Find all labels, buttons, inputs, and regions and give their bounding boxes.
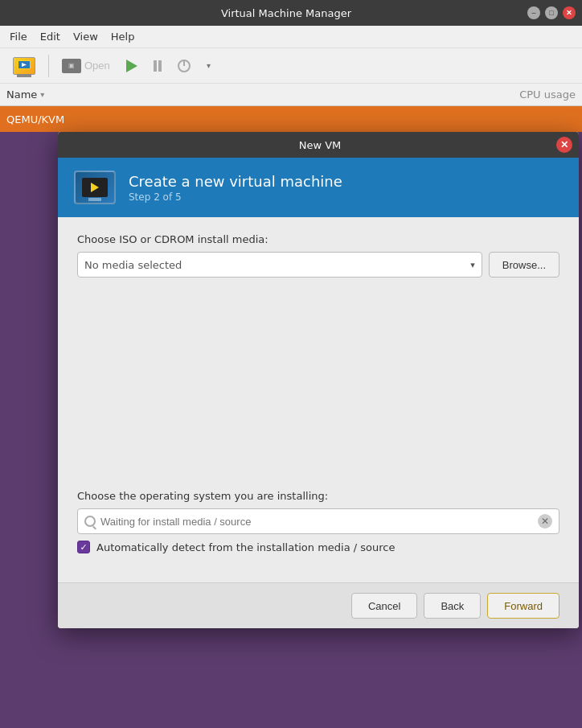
back-button[interactable]: Back <box>424 593 481 619</box>
maximize-button[interactable]: □ <box>545 6 558 19</box>
power-icon <box>178 60 191 72</box>
app-window: Virtual Machine Manager – □ ✕ File Edit … <box>0 0 582 728</box>
monitor-icon: ▣ <box>62 59 81 73</box>
menu-edit[interactable]: Edit <box>34 27 67 46</box>
sort-icon: ▾ <box>40 90 44 99</box>
content-area: New VM ✕ Create a new virtual machine St… <box>0 132 582 728</box>
menu-help[interactable]: Help <box>105 27 141 46</box>
forward-button[interactable]: Forward <box>487 593 559 619</box>
media-dropdown[interactable]: No media selected ▾ <box>77 252 482 278</box>
checkmark-icon: ✓ <box>80 543 87 552</box>
new-vm-icon <box>13 57 35 75</box>
cancel-button[interactable]: Cancel <box>351 593 417 619</box>
empty-area <box>77 290 559 483</box>
new-vm-dialog: New VM ✕ Create a new virtual machine St… <box>58 132 579 628</box>
vm-name: QEMU/KVM <box>6 113 576 125</box>
clear-search-button[interactable]: ✕ <box>538 514 552 529</box>
monitor-play-icon <box>91 183 99 192</box>
media-selector-row: No media selected ▾ Browse... <box>77 252 559 278</box>
app-title: Virtual Machine Manager <box>45 7 527 19</box>
pause-icon <box>154 60 162 72</box>
menu-file[interactable]: File <box>3 27 34 46</box>
monitor-stand <box>88 198 101 201</box>
toolbar: ▣ Open ▾ <box>0 48 582 84</box>
os-section: Choose the operating system you are inst… <box>77 490 559 553</box>
dialog-header-icon <box>74 171 116 204</box>
vm-row[interactable]: QEMU/KVM <box>0 106 582 132</box>
os-section-label: Choose the operating system you are inst… <box>77 490 559 502</box>
play-button[interactable] <box>120 56 144 76</box>
play-icon <box>126 60 137 72</box>
open-button[interactable]: ▣ Open <box>55 56 117 76</box>
column-headers: Name ▾ CPU usage <box>0 84 582 106</box>
power-button[interactable] <box>171 56 197 76</box>
os-search-row: ✕ <box>77 508 559 534</box>
vm-list: QEMU/KVM <box>0 106 582 132</box>
browse-button[interactable]: Browse... <box>489 252 559 278</box>
dialog-title: New VM <box>84 139 556 151</box>
dialog-title-bar: New VM ✕ <box>58 132 579 158</box>
media-dropdown-arrow-icon: ▾ <box>470 260 475 270</box>
dropdown-arrow-icon: ▾ <box>207 61 211 70</box>
toolbar-sep-1 <box>48 55 49 77</box>
dialog-step: Step 2 of 5 <box>129 191 342 203</box>
new-vm-button[interactable] <box>6 54 42 78</box>
menu-bar: File Edit View Help <box>0 26 582 48</box>
media-section-label: Choose ISO or CDROM install media: <box>77 233 559 245</box>
monitor-screen <box>82 178 108 197</box>
dialog-footer: Cancel Back Forward <box>58 582 579 628</box>
dialog-close-button[interactable]: ✕ <box>556 137 572 153</box>
auto-detect-label: Automatically detect from the installati… <box>96 541 395 553</box>
close-button[interactable]: ✕ <box>563 6 576 19</box>
media-selected-value: No media selected <box>84 259 464 271</box>
minimize-button[interactable]: – <box>527 6 540 19</box>
dialog-header-text: Create a new virtual machine Step 2 of 5 <box>129 173 342 203</box>
dropdown-button[interactable]: ▾ <box>200 58 217 73</box>
auto-detect-row: ✓ Automatically detect from the installa… <box>77 541 559 553</box>
dialog-header: Create a new virtual machine Step 2 of 5 <box>58 158 579 217</box>
title-bar: Virtual Machine Manager – □ ✕ <box>0 0 582 26</box>
menu-view[interactable]: View <box>67 27 105 46</box>
pause-button[interactable] <box>147 57 168 75</box>
dialog-content: Choose ISO or CDROM install media: No me… <box>58 217 579 582</box>
os-search-input[interactable] <box>100 516 533 528</box>
search-icon <box>84 516 96 527</box>
auto-detect-checkbox[interactable]: ✓ <box>77 541 90 553</box>
window-controls: – □ ✕ <box>527 6 576 19</box>
dialog-heading: Create a new virtual machine <box>129 173 342 190</box>
col-cpu-header: CPU usage <box>479 88 576 101</box>
col-name-header: Name ▾ <box>6 88 479 101</box>
